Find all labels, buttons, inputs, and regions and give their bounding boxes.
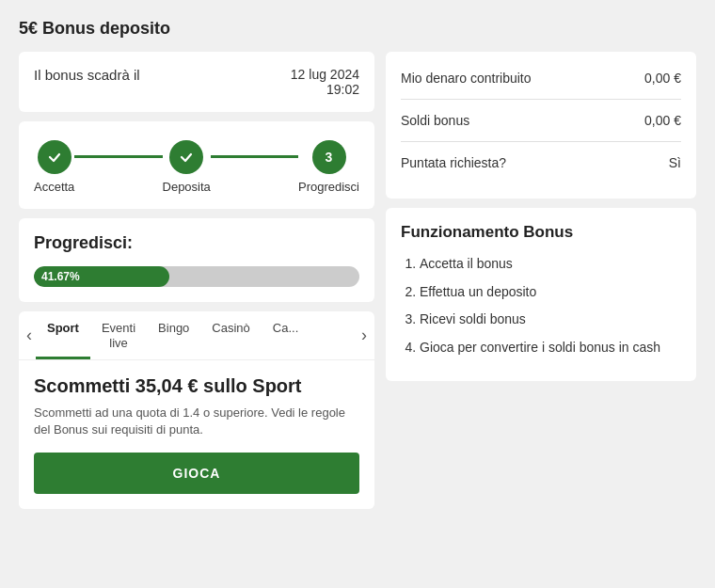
info-row-1: Mio denaro contribuito 0,00 €	[401, 67, 681, 100]
step-1: Accetta	[34, 140, 74, 194]
tab-sport[interactable]: Sport	[36, 311, 90, 359]
step-2-label: Deposita	[163, 180, 211, 194]
step-2-circle	[169, 140, 203, 174]
info-value-3: Sì	[669, 155, 681, 170]
instructions-card: Funzionamento Bonus Accetta il bonus Eff…	[386, 208, 696, 381]
step-1-circle	[38, 140, 72, 174]
page-title: 5€ Bonus deposito	[19, 19, 696, 39]
instruction-3: Ricevi soldi bonus	[420, 310, 681, 329]
expiry-date: 12 lug 2024 19:02	[291, 67, 359, 97]
info-card: Mio denaro contribuito 0,00 € Soldi bonu…	[386, 52, 696, 199]
tabs-wrapper: ‹ Sport Eventilive Bingo Casinò Ca... ›	[19, 311, 374, 360]
gioca-button[interactable]: GIOCA	[34, 453, 359, 494]
progress-bar-fill: 41.67%	[34, 266, 169, 287]
instruction-4: Gioca per convertire i soldi bonus in ca…	[420, 339, 681, 358]
cta-title: Scommetti 35,04 € sullo Sport	[34, 375, 359, 397]
cta-card: Scommetti 35,04 € sullo Sport Scommetti …	[19, 360, 374, 508]
step-1-label: Accetta	[34, 180, 74, 194]
step-3: 3 Progredisci	[298, 140, 359, 194]
progress-card: Progredisci: 41.67%	[19, 218, 374, 302]
step-3-label: Progredisci	[298, 180, 359, 194]
info-value-1: 0,00 €	[644, 71, 681, 86]
step-2: Deposita	[163, 140, 211, 194]
instructions-list: Accetta il bonus Effettua un deposito Ri…	[401, 255, 681, 357]
info-label-2: Soldi bonus	[401, 113, 469, 128]
progress-bar-background: 41.67%	[34, 266, 359, 287]
cta-description: Scommetti ad una quota di 1.4 o superior…	[34, 405, 359, 438]
step-line-1	[74, 155, 162, 158]
tab-ca[interactable]: Ca...	[262, 311, 310, 359]
instruction-2: Effettua un deposito	[420, 283, 681, 302]
instructions-title: Funzionamento Bonus	[401, 223, 681, 242]
expiry-card: Il bonus scadrà il 12 lug 2024 19:02	[19, 52, 374, 112]
tab-right-arrow[interactable]: ›	[358, 318, 371, 353]
info-label-3: Puntata richiesta?	[401, 155, 506, 170]
step-line-2	[211, 155, 298, 158]
info-row-3: Puntata richiesta? Sì	[401, 142, 681, 183]
tabs-card: ‹ Sport Eventilive Bingo Casinò Ca... › …	[19, 311, 374, 509]
info-value-2: 0,00 €	[644, 113, 681, 128]
instruction-1: Accetta il bonus	[420, 255, 681, 274]
tab-eventi-live[interactable]: Eventilive	[90, 311, 147, 359]
tab-casino[interactable]: Casinò	[200, 311, 261, 359]
step-3-circle: 3	[312, 140, 346, 174]
expiry-label: Il bonus scadrà il	[34, 67, 140, 83]
info-label-1: Mio denaro contribuito	[401, 71, 532, 86]
progress-text: 41.67%	[41, 270, 80, 283]
tabs-list: Sport Eventilive Bingo Casinò Ca...	[36, 311, 358, 359]
progress-title: Progredisci:	[34, 233, 359, 253]
info-row-2: Soldi bonus 0,00 €	[401, 100, 681, 142]
tab-left-arrow[interactable]: ‹	[23, 318, 36, 353]
tab-bingo[interactable]: Bingo	[147, 311, 200, 359]
steps-card: Accetta Deposita	[19, 121, 374, 209]
